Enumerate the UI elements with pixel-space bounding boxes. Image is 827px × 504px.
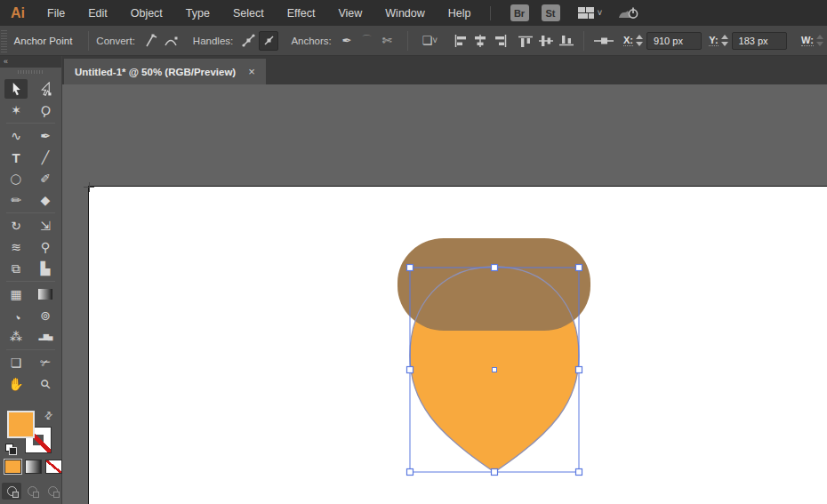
- document-tab[interactable]: Untitled-1* @ 50% (RGB/Preview) ×: [64, 59, 266, 84]
- lasso-tool[interactable]: Ϙ: [34, 100, 57, 120]
- x-input[interactable]: 910 px: [646, 32, 702, 50]
- x-stepper[interactable]: [636, 35, 643, 46]
- gradient-tool[interactable]: [34, 284, 57, 304]
- align-to-anchor-button[interactable]: [591, 31, 616, 51]
- handle-bottom-center[interactable]: [492, 469, 498, 476]
- apply-color-button[interactable]: [4, 460, 21, 474]
- menu-select[interactable]: Select: [221, 7, 276, 20]
- paintbrush-tool[interactable]: ✐: [34, 169, 57, 188]
- menu-object[interactable]: Object: [119, 7, 174, 20]
- cut-path-button[interactable]: ✄: [377, 31, 397, 51]
- stepper-down-icon[interactable]: [721, 42, 728, 46]
- line-segment-tool[interactable]: ╱: [34, 148, 57, 167]
- align-left-button[interactable]: [451, 31, 471, 51]
- app-logo: Ai: [0, 5, 36, 21]
- bridge-button[interactable]: Br: [510, 4, 529, 21]
- eraser-icon: ◆: [41, 194, 51, 206]
- menu-edit[interactable]: Edit: [76, 7, 119, 20]
- workspace-switcher[interactable]: ˅: [578, 7, 603, 19]
- y-stepper[interactable]: [721, 35, 728, 46]
- isolate-selection-button[interactable]: ❏ ˅: [415, 31, 444, 51]
- canvas-area[interactable]: [62, 84, 827, 504]
- direct-selection-tool[interactable]: [34, 79, 57, 99]
- shape-builder-tool[interactable]: ⧉: [4, 259, 28, 278]
- align-top-button[interactable]: [516, 31, 536, 51]
- isolate-object-icon: ❏: [422, 34, 432, 47]
- show-handles-button[interactable]: [238, 31, 259, 51]
- align-bottom-button[interactable]: [556, 31, 576, 51]
- align-vertical-center-icon: [539, 35, 553, 47]
- stepper-up-icon[interactable]: [636, 35, 643, 39]
- connect-path-icon: ⌒: [361, 33, 373, 49]
- menu-file[interactable]: File: [36, 7, 76, 20]
- menu-effect[interactable]: Effect: [276, 7, 327, 20]
- handle-top-right[interactable]: [576, 265, 582, 271]
- hand-tool[interactable]: ✋: [4, 374, 28, 394]
- tool-group-divider: [6, 281, 55, 282]
- stepper-up-icon[interactable]: [721, 35, 728, 39]
- remove-anchor-button[interactable]: ✒: [337, 31, 357, 51]
- type-tool[interactable]: T: [4, 148, 28, 167]
- perspective-grid-tool[interactable]: ▙: [34, 259, 57, 278]
- default-fill-stroke-button[interactable]: [5, 444, 18, 456]
- align-right-button[interactable]: [491, 31, 511, 51]
- document-title: Untitled-1* @ 50% (RGB/Preview): [75, 67, 236, 77]
- handle-middle-right[interactable]: [576, 367, 582, 373]
- menu-view[interactable]: View: [326, 7, 373, 20]
- rotate-tool[interactable]: ↻: [4, 216, 28, 236]
- hide-handles-button[interactable]: [259, 31, 279, 51]
- apply-none-button[interactable]: [45, 460, 62, 474]
- puppet-warp-tool[interactable]: ⚲: [34, 237, 57, 257]
- draw-normal-button[interactable]: [2, 483, 21, 500]
- symbol-sprayer-tool[interactable]: ⁂: [4, 327, 28, 347]
- convert-to-corner-button[interactable]: [141, 31, 161, 51]
- scale-tool[interactable]: ⇲: [34, 216, 57, 236]
- gpu-performance-icon: [618, 6, 639, 20]
- control-bar-grip[interactable]: [1, 29, 7, 52]
- handle-bottom-right[interactable]: [576, 469, 582, 476]
- magic-wand-tool[interactable]: ✶: [4, 100, 28, 120]
- handle-top-left[interactable]: [407, 265, 414, 271]
- handle-middle-left[interactable]: [407, 367, 414, 373]
- shaper-tool[interactable]: ✏: [4, 190, 28, 210]
- selection-tool-icon: [10, 82, 23, 96]
- artboard-tool[interactable]: ❏: [4, 353, 28, 372]
- pen-tool[interactable]: ✒: [34, 126, 57, 146]
- column-graph-tool[interactable]: ▂▆▄: [34, 327, 57, 347]
- curvature-tool[interactable]: ∿: [4, 126, 28, 146]
- stock-button[interactable]: St: [542, 4, 560, 21]
- close-tab-icon[interactable]: ×: [248, 65, 255, 78]
- draw-inside-button[interactable]: [43, 483, 62, 500]
- fill-color-swatch[interactable]: [7, 411, 35, 438]
- eraser-tool[interactable]: ◆: [34, 190, 57, 210]
- selection-tool[interactable]: [4, 79, 28, 99]
- apply-gradient-button[interactable]: [25, 460, 42, 474]
- slice-tool[interactable]: ✃: [34, 353, 57, 372]
- draw-behind-button[interactable]: [22, 483, 42, 500]
- panel-collapse-button[interactable]: «: [0, 56, 61, 68]
- width-tool[interactable]: ≋: [4, 237, 28, 257]
- hide-handles-icon: [262, 34, 276, 47]
- connect-anchors-button[interactable]: ⌒: [357, 31, 377, 51]
- y-input[interactable]: 183 px: [732, 32, 787, 50]
- zoom-tool[interactable]: ⚲: [34, 374, 57, 394]
- blend-tool[interactable]: ⊚: [34, 306, 57, 325]
- handle-top-center[interactable]: [492, 265, 498, 271]
- gpu-performance-button[interactable]: [618, 6, 639, 20]
- w-stepper[interactable]: [816, 35, 823, 46]
- convert-to-smooth-button[interactable]: [160, 31, 181, 51]
- acorn-cap-shape[interactable]: [397, 238, 590, 331]
- hand-icon: ✋: [8, 378, 23, 390]
- align-horizontal-center-button[interactable]: [470, 31, 491, 51]
- menu-window[interactable]: Window: [373, 7, 436, 20]
- menu-help[interactable]: Help: [437, 7, 483, 20]
- ellipse-tool[interactable]: ◯: [4, 169, 28, 188]
- stepper-down-icon[interactable]: [636, 42, 643, 46]
- menu-type[interactable]: Type: [174, 7, 221, 20]
- panel-grip[interactable]: [0, 68, 61, 76]
- eyedropper-tool[interactable]: ❜: [4, 306, 28, 325]
- handle-bottom-left[interactable]: [407, 469, 414, 476]
- swap-fill-stroke-icon[interactable]: ⇄: [42, 409, 56, 423]
- align-vertical-center-button[interactable]: [536, 31, 557, 51]
- mesh-tool[interactable]: ▦: [4, 284, 28, 304]
